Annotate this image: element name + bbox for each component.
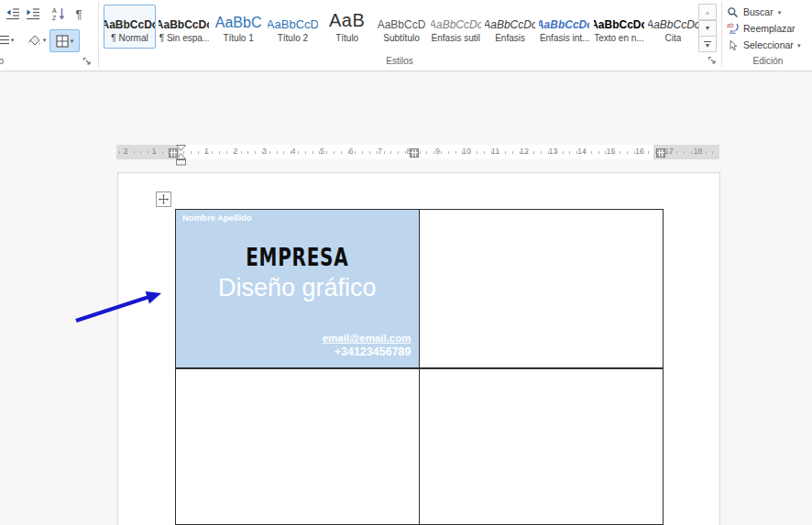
- style-item-subtítulo[interactable]: AaBbCcDSubtítulo: [376, 5, 428, 49]
- card-tagline: Diseño gráfico: [176, 274, 419, 301]
- style-label: Título 1: [223, 33, 253, 43]
- chevron-down-icon: ▾: [778, 9, 782, 16]
- style-label: Énfasis sutil: [432, 33, 480, 43]
- chevron-down-icon: ▾: [11, 37, 15, 43]
- increase-indent-button[interactable]: [24, 5, 42, 23]
- line-spacing-icon: [0, 35, 9, 46]
- group-divider: [98, 2, 99, 67]
- pilcrow-icon: ¶: [76, 7, 82, 21]
- ruler-number: 12: [520, 148, 529, 156]
- style-sample: AaBbCcD: [378, 5, 426, 31]
- style-item-texto-en-negrita[interactable]: AaBbCcDcTexto en n...: [593, 5, 645, 49]
- sort-az-icon: A Z: [51, 6, 66, 21]
- card-email-link[interactable]: email@email.com: [323, 333, 411, 344]
- ruler-number: 13: [548, 148, 557, 156]
- ruler-number: 5: [320, 148, 324, 156]
- svg-text:A: A: [52, 7, 57, 14]
- business-card-table[interactable]: Nombre Apellido EMPRESA Diseño gráfico e…: [175, 209, 664, 525]
- style-item-título-1[interactable]: AaBbCTítulo 1: [213, 5, 265, 49]
- card-person-name: Nombre Apellido: [182, 213, 252, 223]
- style-sample: AaBbCcD: [268, 5, 318, 31]
- document-canvas: 21123456789101112131415161718 Nombre Ape…: [0, 71, 812, 525]
- shading-button[interactable]: ▾: [25, 30, 49, 49]
- ruler-number: 2: [233, 148, 237, 156]
- card-phone: +34123456789: [335, 345, 411, 358]
- style-label: Texto en n...: [594, 33, 643, 43]
- chevron-down-icon: ▾: [797, 42, 801, 49]
- chevron-down-icon: ▾: [71, 38, 74, 44]
- style-label: Énfasis int...: [540, 33, 589, 43]
- style-item-énfasis-intenso[interactable]: AaBbCcDcÉnfasis int...: [538, 5, 590, 49]
- card-company: EMPRESA: [207, 245, 387, 269]
- style-item-sin-espaciado[interactable]: AaBbCcDc¶ Sin espa...: [158, 5, 210, 49]
- ruler-number: 1: [151, 148, 156, 156]
- styles-group-label: Estilos: [103, 56, 697, 66]
- ribbon: A Z ¶ ▾ ▾ ▾ fo AaBbCcDc¶: [0, 0, 812, 71]
- style-label: Título 2: [278, 33, 308, 43]
- svg-text:ac: ac: [730, 28, 737, 35]
- ruler-number: 10: [462, 148, 471, 156]
- ruler-number: 18: [693, 148, 702, 156]
- style-label: ¶ Normal: [111, 33, 148, 43]
- svg-text:Z: Z: [52, 15, 57, 21]
- ruler-number: 11: [491, 148, 499, 156]
- style-sample: AaB: [329, 5, 365, 31]
- pilcrow-button[interactable]: ¶: [70, 5, 88, 23]
- style-sample: AaBbCcDc: [648, 5, 698, 31]
- style-sample: AaBbCcDc: [104, 5, 155, 31]
- styles-scroll-up-button[interactable]: ▲: [698, 4, 717, 20]
- table-move-handle[interactable]: [156, 191, 171, 207]
- table-column-marker-icon[interactable]: [656, 148, 665, 158]
- style-label: Cita: [665, 33, 682, 43]
- style-sample: AaBbC: [215, 5, 262, 31]
- scroll-down-icon: ▼: [705, 25, 711, 31]
- indent-markers-icon[interactable]: [176, 145, 186, 166]
- sort-button[interactable]: A Z: [49, 5, 68, 23]
- word-window: { "ribbon": { "paragraph_group": { "labe…: [0, 0, 812, 525]
- ruler-number: 17: [664, 148, 674, 156]
- annotation-arrow-icon: [46, 282, 174, 333]
- find-label: Buscar: [743, 6, 774, 17]
- cursor-select-icon: [726, 38, 740, 52]
- styles-more-button[interactable]: ▼: [698, 36, 717, 52]
- styles-dialog-launcher-icon[interactable]: [708, 56, 717, 65]
- decrease-indent-icon: [5, 6, 20, 21]
- ruler-number: 3: [262, 148, 267, 156]
- increase-indent-icon: [26, 6, 40, 21]
- style-item-cita[interactable]: AaBbCcDcCita: [647, 5, 699, 49]
- style-sample: AaBbCcDc: [485, 5, 535, 31]
- move-cross-icon: [159, 194, 169, 204]
- ruler-number: 6: [348, 148, 353, 156]
- table-row-border: [176, 367, 663, 369]
- style-item-énfasis-sutil[interactable]: AaBbCcDcÉnfasis sutil: [430, 5, 482, 49]
- style-item-énfasis[interactable]: AaBbCcDcÉnfasis: [484, 5, 536, 49]
- more-arrow-icon: ▼: [705, 44, 711, 47]
- style-label: Énfasis: [495, 33, 525, 43]
- ruler-number: 1: [204, 148, 209, 156]
- svg-text:ab: ab: [727, 22, 734, 28]
- group-divider: [721, 2, 722, 67]
- decrease-indent-button[interactable]: [4, 5, 22, 23]
- style-label: Subtítulo: [383, 33, 419, 43]
- ruler-number: 2: [123, 148, 127, 156]
- shading-bucket-icon: [27, 34, 41, 47]
- business-card-cell[interactable]: Nombre Apellido EMPRESA Diseño gráfico e…: [176, 210, 419, 367]
- style-item-título-2[interactable]: AaBbCcDTítulo 2: [267, 5, 319, 49]
- ruler-number: 14: [577, 148, 587, 156]
- borders-button[interactable]: ▾: [49, 29, 80, 52]
- line-spacing-button[interactable]: ▾: [0, 30, 15, 49]
- borders-grid-icon: [56, 35, 69, 48]
- select-button[interactable]: Seleccionar ▾: [726, 37, 800, 53]
- table-column-marker-icon[interactable]: [410, 148, 419, 158]
- find-button[interactable]: Buscar ▾: [726, 4, 781, 20]
- styles-scroll-down-button[interactable]: ▼: [698, 20, 717, 37]
- style-item-título[interactable]: AaBTítulo: [321, 5, 373, 49]
- style-sample: AaBbCcDc: [159, 5, 209, 31]
- replace-button[interactable]: ab ac Reemplazar: [726, 20, 796, 37]
- paragraph-dialog-launcher-icon[interactable]: [82, 57, 92, 66]
- style-item-normal[interactable]: AaBbCcDc¶ Normal: [104, 5, 156, 49]
- ruler-number: 15: [606, 148, 615, 156]
- scroll-up-icon: ▲: [705, 9, 711, 16]
- ruler-number: 4: [291, 148, 295, 156]
- ruler-number: 16: [635, 148, 644, 156]
